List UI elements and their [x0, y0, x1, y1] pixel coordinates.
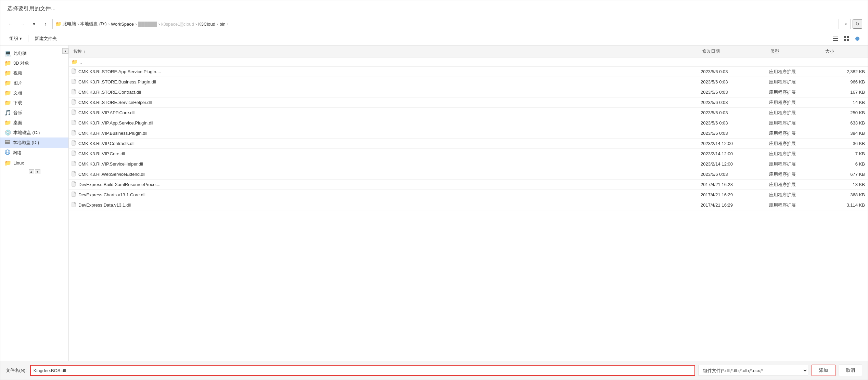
sidebar-item-network[interactable]: 网络 — [0, 148, 68, 158]
organize-button[interactable]: 组织 ▾ — [6, 34, 25, 43]
sidebar-item-music[interactable]: 🎵 音乐 — [0, 108, 68, 118]
dialog-title: 选择要引用的文件... — [0, 0, 868, 16]
file-size: 633 KB — [824, 120, 865, 126]
sidebar-item-video[interactable]: 📁 视频 — [0, 68, 68, 78]
extra-view-icon — [855, 36, 860, 41]
table-row[interactable]: CMK.K3.RI.STORE.App.Service.PlugIn....20… — [69, 67, 868, 77]
table-row[interactable]: CMK.K3.RI.VIP.APP.Core.dll2023/5/6 0:03应… — [69, 108, 868, 118]
table-row[interactable]: DevExpress.Charts.v13.1.Core.dll2017/4/2… — [69, 190, 868, 200]
file-icon — [72, 161, 76, 167]
toolbar: 组织 ▾ 新建文件夹 — [0, 32, 868, 45]
table-row[interactable]: DevExpress.Data.v13.1.dll2017/4/21 16:29… — [69, 200, 868, 210]
file-name: CMK.K3.RI.VIP.APP.Core.dll — [78, 110, 135, 115]
file-icon — [72, 89, 76, 95]
file-size: 36 KB — [824, 141, 865, 146]
dll-file-icon — [72, 192, 76, 197]
sidebar-item-documents[interactable]: 📁 文档 — [0, 88, 68, 98]
path-workspace: WorkSpace — [111, 22, 134, 27]
sidebar-label-documents: 文档 — [13, 90, 22, 96]
file-name: CMK.K3.RI.VIP.Core.dll — [78, 151, 125, 156]
dll-file-icon — [72, 130, 76, 135]
sidebar-item-disk-c[interactable]: 💿 本地磁盘 (C:) — [0, 128, 68, 137]
filename-input[interactable] — [30, 365, 695, 376]
table-row[interactable]: 📁.. — [69, 57, 868, 67]
svg-rect-1 — [833, 38, 838, 39]
dll-file-icon — [72, 181, 76, 187]
file-size: 368 KB — [824, 192, 865, 197]
table-row[interactable]: CMK.K3.RI.VIP.Business.PlugIn.dll2023/5/… — [69, 128, 868, 139]
add-button[interactable]: 添加 — [812, 365, 835, 376]
table-row[interactable]: CMK.K3.RI.STORE.Business.PlugIn.dll2023/… — [69, 77, 868, 87]
table-row[interactable]: CMK.K3.RI.WebServiceExtend.dll2023/5/6 0… — [69, 169, 868, 180]
file-date: 2023/5/6 0:03 — [701, 69, 769, 74]
file-type: 应用程序扩展 — [769, 202, 824, 208]
table-row[interactable]: CMK.K3.RI.VIP.Core.dll2023/2/14 12:00应用程… — [69, 149, 868, 159]
file-size: 384 KB — [824, 131, 865, 136]
filetype-select[interactable]: 组件文件(*.dll;*.tlb;*.olb;*.ocx;* — [699, 365, 808, 376]
address-dropdown-button[interactable]: ▾ — [841, 19, 851, 29]
content-scroll-down[interactable]: ▼ — [35, 169, 40, 174]
address-bar: ← → ▾ ↑ 📁 此电脑 › 本地磁盘 (D:) › WorkSpace › … — [0, 16, 868, 32]
table-row[interactable]: CMK.K3.RI.STORE.Contract.dll2023/5/6 0:0… — [69, 87, 868, 97]
file-name: CMK.K3.RI.STORE.Contract.dll — [78, 90, 141, 95]
svg-rect-4 — [847, 36, 849, 38]
file-name: .. — [79, 60, 82, 65]
file-icon — [72, 99, 76, 106]
bottom-bar: 文件名(N): 组件文件(*.dll;*.tlb;*.olb;*.ocx;* 添… — [0, 361, 868, 380]
path-computer: 此电脑 — [63, 21, 76, 27]
svg-rect-6 — [847, 39, 849, 41]
main-content: ▲ 💻 此电脑 📁 3D 对象 📁 视频 📁 图片 📁 文档 — [0, 45, 868, 361]
file-date: 2023/2/14 12:00 — [701, 141, 769, 146]
content-scroll-up[interactable]: ▲ — [29, 169, 34, 174]
refresh-button[interactable]: ↻ — [853, 19, 862, 29]
folder-music-icon: 🎵 — [4, 109, 11, 116]
dropdown-button[interactable]: ▾ — [29, 19, 39, 29]
sidebar-item-linux[interactable]: 📁 Linux — [0, 158, 68, 168]
table-row[interactable]: CMK.K3.RI.STORE.ServiceHelper.dll2023/5/… — [69, 97, 868, 108]
view-extra-button[interactable] — [853, 35, 862, 43]
view-list-button[interactable] — [831, 35, 840, 43]
sidebar-label-network: 网络 — [13, 150, 22, 156]
sidebar-scroll-up[interactable]: ▲ — [62, 48, 68, 54]
sidebar-label-disk-c: 本地磁盘 (C:) — [13, 130, 40, 136]
sidebar-item-disk-d[interactable]: 本地磁盘 (D:) — [0, 137, 68, 148]
address-path[interactable]: 📁 此电脑 › 本地磁盘 (D:) › WorkSpace › ██████ ›… — [52, 19, 839, 29]
header-size[interactable]: 大小 — [824, 48, 865, 55]
file-icon — [72, 202, 76, 208]
sidebar-item-pictures[interactable]: 📁 图片 — [0, 78, 68, 88]
file-type: 应用程序扩展 — [769, 182, 824, 188]
sidebar-label-video: 视频 — [13, 70, 22, 76]
svg-rect-3 — [844, 36, 846, 38]
file-size: 250 KB — [824, 110, 865, 115]
sidebar-item-3d[interactable]: 📁 3D 对象 — [0, 58, 68, 68]
sidebar-item-computer[interactable]: 💻 此电脑 — [0, 48, 68, 58]
path-blurred1: ██████ — [138, 22, 157, 27]
dll-file-icon — [72, 202, 76, 207]
table-row[interactable]: CMK.K3.RI.VIP.App.Service.PlugIn.dll2023… — [69, 118, 868, 128]
network-icon — [4, 149, 11, 156]
sidebar-label-linux: Linux — [13, 160, 24, 166]
dll-file-icon — [72, 161, 76, 166]
header-date[interactable]: 修改日期 — [701, 48, 769, 55]
file-icon — [72, 140, 76, 147]
view-tile-button[interactable] — [842, 35, 851, 43]
new-folder-button[interactable]: 新建文件夹 — [31, 34, 60, 43]
file-type: 应用程序扩展 — [769, 171, 824, 178]
sidebar-item-desktop[interactable]: 📁 桌面 — [0, 118, 68, 128]
table-row[interactable]: DevExpress.Build.XamlResourceProce....20… — [69, 180, 868, 190]
header-type[interactable]: 类型 — [769, 48, 824, 55]
file-date: 2023/5/6 0:03 — [701, 90, 769, 95]
sidebar-item-downloads[interactable]: 📁 下载 — [0, 98, 68, 108]
table-row[interactable]: CMK.K3.RI.VIP.Contracts.dll2023/2/14 12:… — [69, 139, 868, 149]
up-button[interactable]: ↑ — [41, 19, 50, 29]
file-name: CMK.K3.RI.VIP.ServiceHelper.dll — [78, 161, 143, 167]
back-button[interactable]: ← — [6, 19, 15, 29]
cancel-button[interactable]: 取消 — [839, 365, 862, 376]
table-row[interactable]: CMK.K3.RI.VIP.ServiceHelper.dll2023/2/14… — [69, 159, 868, 169]
file-icon — [72, 150, 76, 157]
header-name[interactable]: 名称 ↑ — [72, 48, 701, 55]
file-icon — [72, 171, 76, 178]
file-type: 应用程序扩展 — [769, 151, 824, 157]
forward-button[interactable]: → — [17, 19, 27, 29]
header-date-label: 修改日期 — [702, 48, 720, 54]
